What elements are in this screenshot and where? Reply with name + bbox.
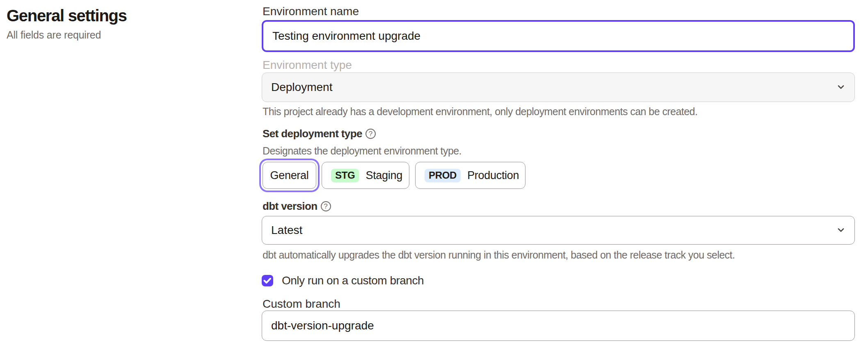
dbt-version-label-row: dbt version ? — [262, 200, 855, 213]
page-subtitle: All fields are required — [7, 29, 127, 41]
custom-branch-input[interactable]: dbt-version-upgrade — [262, 311, 855, 341]
custom-branch-checkbox[interactable] — [262, 275, 273, 286]
prod-badge: PROD — [425, 169, 461, 182]
custom-branch-value: dbt-version-upgrade — [271, 319, 374, 332]
staging-label: Staging — [365, 169, 402, 182]
dbt-version-value: Latest — [271, 224, 302, 237]
chevron-down-icon-2 — [836, 227, 845, 233]
dbt-version-helper: dbt automatically upgrades the dbt versi… — [263, 249, 855, 261]
deployment-type-label-row: Set deployment type ? — [262, 127, 855, 140]
stg-badge: STG — [331, 169, 359, 182]
page-title: General settings — [7, 7, 127, 25]
environment-type-label: Environment type — [263, 59, 855, 72]
custom-branch-checkbox-row: Only run on a custom branch — [262, 274, 855, 287]
dbt-version-label: dbt version — [263, 200, 318, 213]
help-icon-2[interactable]: ? — [321, 201, 331, 211]
deployment-type-label: Set deployment type — [263, 127, 362, 140]
deployment-type-helper: Designates the deployment environment ty… — [263, 145, 855, 157]
chevron-down-icon — [836, 84, 845, 90]
environment-type-helper: This project already has a development e… — [263, 106, 855, 118]
deployment-type-production-button[interactable]: PROD Production — [415, 162, 525, 189]
settings-form: Environment name Testing environment upg… — [262, 0, 855, 341]
custom-branch-checkbox-label: Only run on a custom branch — [282, 274, 424, 287]
custom-branch-label: Custom branch — [263, 297, 855, 311]
environment-name-value: Testing environment upgrade — [272, 30, 420, 43]
settings-header: General settings All fields are required — [7, 7, 127, 41]
deployment-type-staging-button[interactable]: STG Staging — [322, 162, 409, 189]
deployment-type-options: General STG Staging PROD Production — [263, 162, 855, 189]
deployment-type-general-button[interactable]: General — [263, 162, 316, 189]
environment-name-input[interactable]: Testing environment upgrade — [262, 20, 855, 52]
environment-type-value: Deployment — [271, 81, 332, 94]
environment-type-select[interactable]: Deployment — [262, 73, 855, 102]
help-icon[interactable]: ? — [365, 129, 376, 139]
environment-name-label: Environment name — [263, 5, 855, 18]
checkmark-icon — [263, 277, 272, 284]
dbt-version-select[interactable]: Latest — [262, 216, 855, 245]
production-label: Production — [467, 169, 519, 182]
